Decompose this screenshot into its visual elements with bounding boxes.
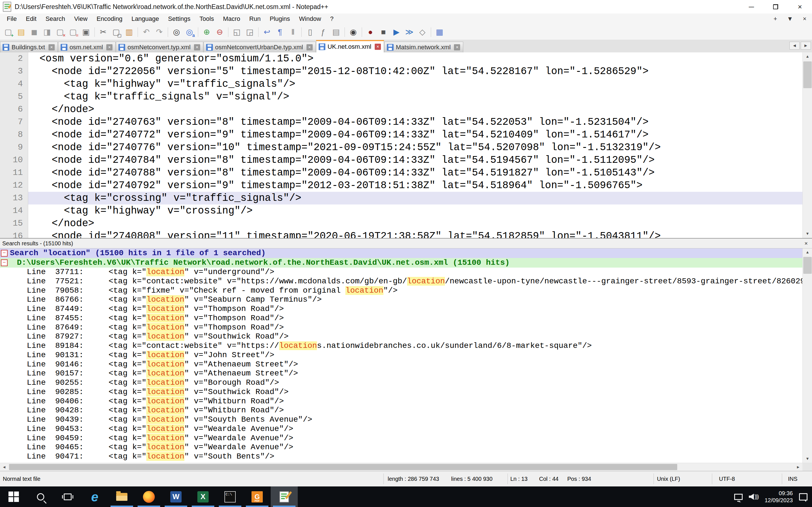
- print-button[interactable]: ▣: [80, 26, 92, 38]
- search-hit-row[interactable]: Line 90459:<tag k="location" v="Weardale…: [0, 434, 802, 443]
- taskbar-button-pdf-app[interactable]: GPDF: [244, 487, 271, 507]
- collapse-file-icon[interactable]: −: [1, 260, 8, 266]
- search-hit-row[interactable]: Line 90465:<tag k="location" v="Weardale…: [0, 443, 802, 452]
- search-file-row[interactable]: D:\Users\Fereshteh.V6\UK\Traffic Network…: [0, 258, 802, 268]
- taskbar-button-word[interactable]: W: [162, 487, 190, 507]
- search-hit-row[interactable]: Line 89184:<tag k="contact:website" v="h…: [0, 341, 802, 351]
- search-hit-row[interactable]: Line 90157:<tag k="location" v="Athenaeu…: [0, 369, 802, 378]
- copy-button[interactable]: ▢▢: [110, 26, 122, 38]
- editor-scrollbar-thumb[interactable]: [803, 61, 812, 88]
- tab-uk-net-osm-xml[interactable]: UK.net.osm.xml×: [316, 40, 384, 52]
- menu-item-macro[interactable]: Macro: [218, 13, 245, 24]
- status-insert-mode[interactable]: INS: [788, 471, 797, 487]
- function-list-button[interactable]: ƒ: [317, 26, 329, 38]
- synchronize-horizontal-scrolling-button[interactable]: ◲: [244, 26, 256, 38]
- word-wrap-button[interactable]: ↩: [261, 26, 273, 38]
- search-hit-row[interactable]: Line 86766:<tag k="location" v="Seaburn …: [0, 295, 802, 304]
- taskbar-button-firefox[interactable]: [135, 487, 162, 507]
- editor[interactable]: 2<osm version="0.6" generator="osmium/1.…: [0, 52, 812, 238]
- menu-item-edit[interactable]: Edit: [21, 13, 41, 24]
- document-map-button[interactable]: ▯: [304, 26, 316, 38]
- find-button[interactable]: ◎: [170, 26, 183, 38]
- editor-line[interactable]: 8 <node id="2740772" version="9" timesta…: [0, 128, 812, 141]
- tab-list-dropdown[interactable]: ▼: [785, 15, 795, 22]
- search-vertical-scrollbar[interactable]: ▲ ▼: [802, 248, 812, 463]
- search-hit-row[interactable]: Line 90471:<tag k="location" v="South Be…: [0, 452, 802, 461]
- search-hit-row[interactable]: Line 90428:<tag k="location" v="Whitburn…: [0, 406, 802, 415]
- open-folder-button[interactable]: ▤: [15, 26, 27, 38]
- action-center-icon[interactable]: [799, 493, 808, 501]
- scroll-right-arrow-icon[interactable]: ►: [794, 463, 802, 471]
- scroll-down-arrow-icon[interactable]: ▼: [803, 455, 812, 463]
- monitoring-tail-button[interactable]: ◉: [347, 26, 359, 38]
- volume-icon[interactable]: ))): [749, 494, 758, 500]
- show-indent-guide-button[interactable]: ‖: [287, 26, 299, 38]
- close-button[interactable]: ×: [788, 0, 812, 13]
- search-hit-row[interactable]: Line 87927:<tag k="location" v="Southwic…: [0, 332, 802, 341]
- search-hit-row[interactable]: Line 87449:<tag k="location" v="Thompson…: [0, 304, 802, 314]
- menu-item-file[interactable]: File: [2, 13, 21, 24]
- editor-line[interactable]: 15 </node>: [0, 217, 812, 230]
- macro-record-button[interactable]: ●: [364, 26, 376, 38]
- editor-line[interactable]: 2<osm version="0.6" generator="osmium/1.…: [0, 52, 812, 65]
- save-all-button[interactable]: ◨: [41, 26, 53, 38]
- editor-line[interactable]: 4 <tag k="highway" v="traffic_signals"/>: [0, 78, 812, 91]
- search-hit-row[interactable]: Line 79058:<tag k="fixme" v="Check ref -…: [0, 286, 802, 295]
- close-document-button[interactable]: ▢×: [54, 26, 66, 38]
- taskbar-button-command-prompt[interactable]: C:\: [216, 487, 244, 507]
- search-hit-row[interactable]: Line 87455:<tag k="location" v="Thompson…: [0, 314, 802, 323]
- tab-osmnetconverturbande-typ-xml[interactable]: osmNetconvertUrbanDe.typ.xml×: [204, 42, 316, 52]
- taskbar-button-notepad-plus-plus[interactable]: [271, 487, 298, 507]
- editor-line[interactable]: 10 <node id="2740784" version="8" timest…: [0, 154, 812, 166]
- macro-run-multiple-button[interactable]: ≫: [403, 26, 415, 38]
- editor-line[interactable]: 12 <node id="2740792" version="9" timest…: [0, 179, 812, 192]
- tab-scroll-right-button[interactable]: ►: [801, 42, 811, 50]
- close-tab-button[interactable]: ×: [800, 15, 810, 22]
- taskbar-clock[interactable]: 09:36 12/09/2023: [765, 490, 793, 504]
- tab-close-icon[interactable]: ×: [306, 44, 313, 50]
- cut-button[interactable]: ✂: [97, 26, 109, 38]
- search-hscrollbar-thumb[interactable]: [9, 464, 677, 470]
- taskbar-button-search[interactable]: [27, 487, 54, 507]
- taskbar-button-excel[interactable]: X: [190, 487, 216, 507]
- menu-item-search[interactable]: Search: [41, 13, 70, 24]
- macro-playback-button[interactable]: ▶: [391, 26, 402, 38]
- close-all-documents-button[interactable]: ▢≡: [67, 26, 79, 38]
- search-summary-row[interactable]: Search "location" (15100 hits in 1 file …: [0, 248, 802, 258]
- tab-buildings-txt[interactable]: Buildings.txt×: [0, 42, 58, 52]
- new-tab-button[interactable]: +: [770, 15, 780, 22]
- undo-button[interactable]: ↶: [140, 26, 152, 38]
- zoom-in-button[interactable]: ⊕: [201, 26, 213, 38]
- new-file-button[interactable]: ▢+: [2, 26, 14, 38]
- menu-item-window[interactable]: Window: [295, 13, 326, 24]
- search-hit-row[interactable]: Line 37711:<tag k="location" v="undergro…: [0, 268, 802, 277]
- editor-line[interactable]: 3 <node id="2722056" version="5" timesta…: [0, 65, 812, 78]
- tab-close-icon[interactable]: ×: [106, 44, 112, 50]
- zoom-out-button[interactable]: ⊖: [214, 26, 225, 38]
- search-hit-row[interactable]: Line 90439:<tag k="location" v="Souyth B…: [0, 415, 802, 425]
- macro-stop-button[interactable]: ■: [377, 26, 389, 38]
- tab-close-icon[interactable]: ×: [375, 44, 381, 50]
- search-hit-row[interactable]: Line 90285:<tag k="location" v="Southwic…: [0, 388, 802, 397]
- search-hit-row[interactable]: Line 90255:<tag k="location" v="Borough …: [0, 378, 802, 388]
- search-hit-row[interactable]: Line 90406:<tag k="location" v="Whitburn…: [0, 397, 802, 406]
- tab-close-icon[interactable]: ×: [194, 44, 200, 50]
- macro-save-button[interactable]: ◇: [416, 26, 428, 38]
- editor-line[interactable]: 14 <tag k="highway" v="crossing"/>: [0, 205, 812, 217]
- paste-button[interactable]: ▥: [123, 26, 135, 38]
- replace-button[interactable]: ◎a: [184, 26, 195, 38]
- tab-close-icon[interactable]: ×: [454, 44, 460, 50]
- synchronize-vertical-scrolling-button[interactable]: ◱: [231, 26, 243, 38]
- editor-line[interactable]: 13 <tag k="crossing" v="traffic_signals"…: [0, 192, 812, 205]
- redo-button[interactable]: ↷: [153, 26, 165, 38]
- minimize-button[interactable]: ─: [739, 0, 763, 13]
- menu-item-view[interactable]: View: [70, 13, 92, 24]
- tab-osmnetconvert-typ-xml[interactable]: osmNetconvert.typ.xml×: [116, 42, 203, 52]
- search-results-close-icon[interactable]: ×: [802, 240, 810, 247]
- menu-item-settings[interactable]: Settings: [163, 13, 195, 24]
- editor-line[interactable]: 11 <node id="2740788" version="8" timest…: [0, 166, 812, 179]
- menu-item-[interactable]: ?: [326, 13, 338, 24]
- scroll-left-arrow-icon[interactable]: ◄: [0, 463, 8, 471]
- collapse-search-icon[interactable]: −: [1, 250, 8, 257]
- search-scrollbar-thumb[interactable]: [803, 257, 812, 274]
